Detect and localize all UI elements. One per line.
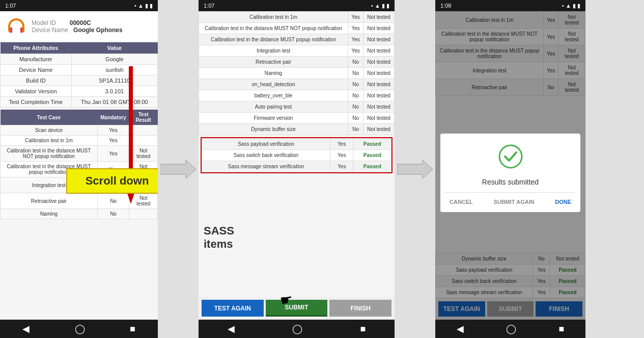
- recents-button-p2[interactable]: ■: [360, 324, 366, 334]
- attr-devicename-label: Device Name: [1, 65, 72, 75]
- home-button[interactable]: ◯: [75, 323, 85, 334]
- phone1: 1:07 • ▲ ▮ ▮ Model ID: [0, 0, 158, 338]
- scroll-down-label: Scroll down: [86, 174, 149, 187]
- attr-devicename-value: sunfish: [71, 65, 157, 75]
- attr-validator-label: Validator Version: [1, 86, 72, 97]
- phone2-content: Calibration test in 1m Yes Not tested Ca…: [199, 11, 395, 320]
- finish-button-phone2[interactable]: FINISH: [329, 300, 391, 317]
- dialog-buttons: CANCEL SUBMIT AGAIN DONE: [445, 192, 575, 207]
- phone3: 1:08 • ▲ ▮ ▮ Calibration test in 1m Yes …: [435, 0, 585, 338]
- attr-completion-label: Test Completion Time: [1, 97, 72, 108]
- table-row: Calibration test in the distance MUST NO…: [199, 23, 395, 34]
- bluetooth-icon: • ▲ ▮ ▮: [134, 3, 153, 9]
- device-info: Model ID 00000C Device Name Google Gphon…: [32, 19, 123, 34]
- recents-button[interactable]: ■: [130, 324, 135, 334]
- recents-button-p3[interactable]: ■: [558, 324, 564, 334]
- attr-buildid-value: SP1A.21110: [71, 75, 157, 86]
- phone3-content: Calibration test in 1m Yes Not tested Ca…: [435, 11, 585, 320]
- table-row: Naming No Not tested: [199, 68, 395, 79]
- model-id-value: 00000C: [70, 19, 91, 27]
- phone2-icons: • ▲ ▮ ▮: [371, 3, 389, 9]
- attr-col2-header: Value: [71, 42, 157, 54]
- test-again-button-phone2[interactable]: TEST AGAIN: [202, 300, 264, 317]
- sass-box: Sass payload verification Yes Passed Sas…: [201, 137, 393, 173]
- done-dialog-button[interactable]: DONE: [551, 197, 575, 207]
- phone3-time: 1:08: [440, 3, 451, 9]
- cancel-dialog-button[interactable]: CANCEL: [445, 197, 477, 207]
- model-id-label: Model ID: [32, 19, 56, 27]
- test-col1-header: Test Case: [1, 110, 98, 125]
- svg-marker-3: [397, 160, 433, 178]
- attr-buildid-label: Build ID: [1, 75, 72, 86]
- attr-completion-value: Thu Jan 01 08 GMT+08:00: [71, 97, 157, 108]
- table-row: Auto pairing test No Not tested: [199, 101, 395, 113]
- table-row: Manufacturer Google: [1, 54, 158, 65]
- phone2-test-table: Calibration test in 1m Yes Not tested Ca…: [199, 11, 395, 135]
- back-button-p2[interactable]: ◀: [228, 323, 235, 334]
- table-row: Calibration test in 1m Yes Not tested: [199, 12, 395, 23]
- attr-manufacturer-label: Manufacturer: [1, 54, 72, 65]
- right-arrow-1: [160, 159, 196, 179]
- phone1-time: 1:07: [5, 3, 16, 9]
- back-button[interactable]: ◀: [22, 323, 30, 334]
- table-row: Calibration test in the distance MUST po…: [199, 34, 395, 45]
- phone2-bottom-buttons: TEST AGAIN SUBMIT FINISH: [199, 297, 395, 320]
- results-dialog: Results submitted CANCEL SUBMIT AGAIN DO…: [440, 134, 580, 212]
- scene: 1:07 • ▲ ▮ ▮ Model ID: [0, 0, 644, 338]
- device-name-value: Google Gphones: [73, 27, 123, 34]
- phone1-status-bar: 1:07 • ▲ ▮ ▮: [0, 0, 158, 11]
- arrow2: [395, 159, 435, 179]
- phone3-nav: ◀ ◯ ■: [435, 320, 585, 338]
- test-col2-header: Mandatory: [97, 110, 129, 125]
- attr-manufacturer-value: Google: [71, 54, 157, 65]
- phone3-icons: • ▲ ▮ ▮: [562, 3, 580, 9]
- submit-button-phone2[interactable]: SUBMIT: [266, 300, 328, 317]
- phone2: 1:07 • ▲ ▮ ▮ Calibration test in 1m Yes …: [199, 0, 395, 338]
- svg-marker-2: [160, 160, 196, 178]
- table-row: on_head_detection No Not tested: [199, 79, 395, 90]
- phone1-icons: • ▲ ▮ ▮: [134, 3, 153, 9]
- check-icon: [498, 144, 523, 174]
- attr-validator-value: 3.0.101: [71, 86, 157, 97]
- phone3-status-bar: 1:08 • ▲ ▮ ▮: [435, 0, 585, 11]
- dialog-message: Results submitted: [482, 178, 539, 186]
- device-name-label: Device Name: [32, 27, 68, 34]
- table-row: battery_over_ble No Not tested: [199, 90, 395, 101]
- table-row: Firmware version No Not tested: [199, 113, 395, 124]
- device-header: Model ID 00000C Device Name Google Gphon…: [0, 11, 158, 42]
- table-row: Sass payload verification Yes Passed: [202, 139, 391, 150]
- home-button-p2[interactable]: ◯: [292, 323, 302, 334]
- phone2-time: 1:07: [204, 3, 214, 9]
- sass-label: SASSitems: [204, 224, 234, 251]
- attr-col1-header: Phone Attributes: [1, 42, 72, 54]
- headphone-icon: [6, 16, 26, 37]
- phone1-nav: ◀ ◯ ■: [0, 320, 158, 338]
- table-row: Dynamic buffer size No Not tested: [199, 124, 395, 135]
- phone2-nav: ◀ ◯ ■: [199, 320, 395, 338]
- back-button-p3[interactable]: ◀: [457, 323, 464, 334]
- phone2-status-bar: 1:07 • ▲ ▮ ▮: [199, 0, 395, 11]
- scroll-down-annotation: Scroll down: [66, 168, 158, 194]
- home-button-p3[interactable]: ◯: [506, 323, 516, 334]
- arrow1: [158, 159, 199, 179]
- table-row: Integration test Yes Not tested: [199, 45, 395, 57]
- table-row: Naming No: [1, 209, 158, 219]
- table-row: Sass switch back verification Yes Passed: [202, 150, 391, 161]
- table-row: Retroactive pair No Not tested: [199, 57, 395, 68]
- table-row: Sass message stream verification Yes Pas…: [202, 161, 391, 172]
- submit-again-dialog-button[interactable]: SUBMIT AGAIN: [489, 197, 538, 207]
- right-arrow-2: [397, 159, 433, 179]
- sass-table: Sass payload verification Yes Passed Sas…: [202, 138, 391, 172]
- svg-point-4: [499, 145, 522, 168]
